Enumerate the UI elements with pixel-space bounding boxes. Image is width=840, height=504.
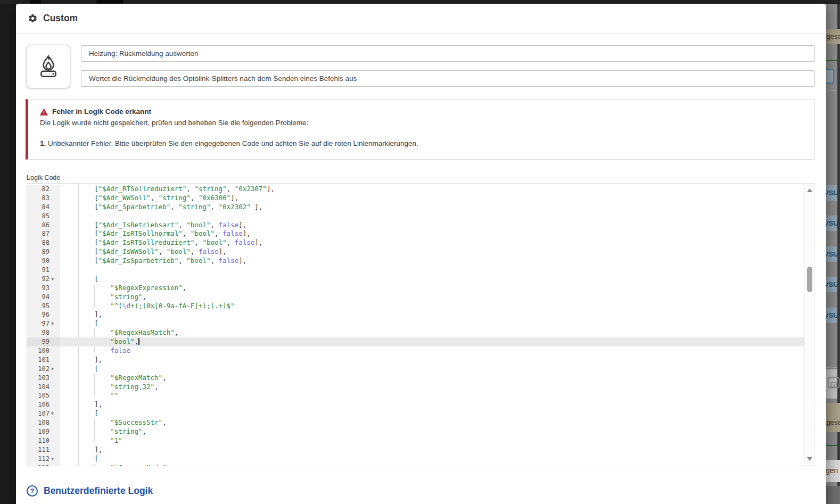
- fold-caret-icon[interactable]: [50, 445, 60, 455]
- fold-caret-icon[interactable]: [50, 221, 60, 230]
- code-line-93[interactable]: 93 "$RegexExpression",: [27, 284, 814, 293]
- gutter-line-number[interactable]: 97▾: [27, 319, 60, 328]
- fold-caret-icon[interactable]: [50, 266, 60, 275]
- gutter-line-number[interactable]: 99: [27, 337, 60, 346]
- code-line-84[interactable]: 84 ["$Adr_Sparbetrieb", "string", "0x230…: [27, 203, 814, 212]
- fold-caret-icon[interactable]: ▾: [50, 365, 60, 374]
- gutter-line-number[interactable]: 82: [27, 185, 60, 194]
- code-line-99[interactable]: 99 "bool",: [27, 337, 814, 346]
- gutter-line-number[interactable]: 108: [27, 418, 60, 427]
- gutter-line-number[interactable]: 113: [27, 464, 60, 466]
- gutter-line-number[interactable]: 91: [27, 266, 60, 275]
- fold-caret-icon[interactable]: [50, 212, 60, 221]
- code-line-90[interactable]: 90 ["$Adr_IsSparbetrieb", "bool", false]…: [27, 257, 814, 266]
- code-line-106[interactable]: 106 ],: [27, 400, 814, 409]
- gutter-line-number[interactable]: 109: [27, 427, 60, 436]
- fold-caret-icon[interactable]: [50, 346, 60, 356]
- code-line-94[interactable]: 94 "string",: [27, 293, 814, 302]
- fold-caret-icon[interactable]: ▾: [50, 455, 60, 464]
- fold-caret-icon[interactable]: [50, 257, 60, 266]
- code-line-113[interactable]: 113 "$CompareMode": [27, 464, 814, 466]
- gutter-line-number[interactable]: 93: [27, 284, 60, 293]
- fold-caret-icon[interactable]: [50, 194, 60, 203]
- code-line-95[interactable]: 95 "^(\d+);(0x[0-9a-fA-F]+);(.+)$": [27, 302, 814, 311]
- gutter-line-number[interactable]: 111: [27, 445, 60, 455]
- scroll-down-arrow[interactable]: [807, 457, 812, 461]
- fold-caret-icon[interactable]: [50, 418, 60, 427]
- fold-caret-icon[interactable]: [50, 391, 60, 400]
- fold-caret-icon[interactable]: [50, 185, 60, 194]
- gutter-line-number[interactable]: 86: [27, 221, 60, 230]
- code-line-85[interactable]: 85: [27, 212, 814, 221]
- gutter-line-number[interactable]: 89: [27, 247, 60, 257]
- gutter-line-number[interactable]: 103: [27, 374, 60, 383]
- code-line-109[interactable]: 109 "string",: [27, 427, 814, 436]
- fold-caret-icon[interactable]: ▾: [50, 319, 60, 328]
- gutter-line-number[interactable]: 101: [27, 356, 60, 365]
- fold-caret-icon[interactable]: [50, 427, 60, 436]
- logic-name-input[interactable]: [81, 45, 815, 62]
- code-line-89[interactable]: 89 ["$Adr_IsWWSoll", "bool", false],: [27, 247, 814, 257]
- gutter-line-number[interactable]: 98: [27, 328, 60, 337]
- code-editor[interactable]: 82 ["$Adr_RTSollreduziert", "string", "0…: [27, 183, 814, 466]
- fold-caret-icon[interactable]: [50, 356, 60, 365]
- fold-caret-icon[interactable]: [50, 302, 60, 311]
- fold-caret-icon[interactable]: ▾: [50, 409, 60, 418]
- gutter-line-number[interactable]: 105: [27, 391, 60, 400]
- fold-caret-icon[interactable]: [50, 374, 60, 383]
- fold-caret-icon[interactable]: ▾: [50, 275, 60, 284]
- gutter-line-number[interactable]: 85: [27, 212, 60, 221]
- code-line-88[interactable]: 88 ["$Adr_IsRTSollreduziert", "bool", fa…: [27, 238, 814, 247]
- code-line-83[interactable]: 83 ["$Adr_WWSoll", "string", "0x6300"],: [27, 194, 814, 203]
- code-line-104[interactable]: 104 "string,32",: [27, 383, 814, 392]
- fold-caret-icon[interactable]: [50, 238, 60, 247]
- fold-caret-icon[interactable]: [50, 229, 60, 238]
- fold-caret-icon[interactable]: [50, 310, 60, 319]
- fold-caret-icon[interactable]: [50, 400, 60, 409]
- scrollbar-thumb[interactable]: [807, 267, 812, 292]
- gutter-line-number[interactable]: 112▾: [27, 455, 60, 464]
- logic-description-input[interactable]: [81, 70, 815, 87]
- gutter-line-number[interactable]: 95: [27, 302, 60, 311]
- code-line-110[interactable]: 110 "1": [27, 436, 814, 445]
- code-line-111[interactable]: 111 ],: [27, 445, 814, 455]
- fold-caret-icon[interactable]: [50, 203, 60, 212]
- code-line-97[interactable]: 97▾ [: [27, 319, 814, 328]
- gutter-line-number[interactable]: 92▾: [27, 275, 60, 284]
- gutter-line-number[interactable]: 106: [27, 400, 60, 409]
- gutter-line-number[interactable]: 83: [27, 194, 60, 203]
- gutter-line-number[interactable]: 110: [27, 436, 60, 445]
- gutter-line-number[interactable]: 104: [27, 383, 60, 392]
- gutter-line-number[interactable]: 88: [27, 238, 60, 247]
- gutter-line-number[interactable]: 94: [27, 293, 60, 302]
- code-line-108[interactable]: 108 "$SuccessStr",: [27, 418, 814, 427]
- code-line-102[interactable]: 102▾ [: [27, 365, 814, 374]
- code-line-82[interactable]: 82 ["$Adr_RTSollreduziert", "string", "0…: [27, 185, 814, 194]
- code-line-101[interactable]: 101 ],: [27, 356, 814, 365]
- help-link[interactable]: ? Benutzerdefinierte Logik: [27, 485, 153, 497]
- fold-caret-icon[interactable]: [50, 464, 60, 466]
- gutter-line-number[interactable]: 100: [27, 346, 60, 356]
- code-line-96[interactable]: 96 ],: [27, 310, 814, 319]
- scroll-up-arrow[interactable]: [807, 188, 812, 192]
- code-line-100[interactable]: 100 false: [27, 346, 814, 356]
- code-line-105[interactable]: 105 "": [27, 391, 814, 400]
- gutter-line-number[interactable]: 84: [27, 203, 60, 212]
- fold-caret-icon[interactable]: [50, 247, 60, 257]
- fold-caret-icon[interactable]: [50, 436, 60, 445]
- gutter-line-number[interactable]: 107▾: [27, 409, 60, 418]
- code-line-91[interactable]: 91: [27, 266, 814, 275]
- fold-caret-icon[interactable]: [50, 293, 60, 302]
- code-line-98[interactable]: 98 "$RegexHasMatch",: [27, 328, 814, 337]
- fold-caret-icon[interactable]: [50, 328, 60, 337]
- editor-scrollbar[interactable]: [804, 184, 814, 466]
- gutter-line-number[interactable]: 87: [27, 229, 60, 238]
- code-line-112[interactable]: 112▾ [: [27, 455, 814, 464]
- fold-caret-icon[interactable]: [50, 383, 60, 392]
- fold-caret-icon[interactable]: [50, 337, 60, 346]
- code-line-87[interactable]: 87 ["$Adr_IsRTSollnormal", "bool", false…: [27, 229, 814, 238]
- device-icon-button[interactable]: [27, 45, 70, 88]
- gutter-line-number[interactable]: 90: [27, 257, 60, 266]
- code-line-86[interactable]: 86 ["$Adr_IsBetriebsart", "bool", false]…: [27, 221, 814, 230]
- fold-caret-icon[interactable]: [50, 284, 60, 293]
